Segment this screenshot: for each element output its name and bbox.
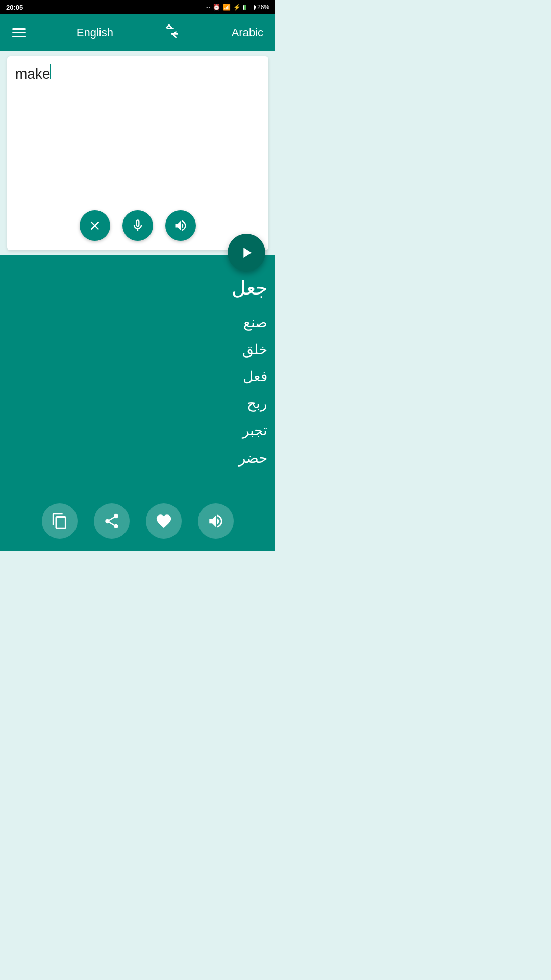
output-area: جعل صنع خلق فعل ربح تجبر حضر: [0, 255, 276, 551]
status-time: 20:05: [6, 4, 23, 11]
alt-3: فعل: [8, 363, 267, 390]
output-speaker-button[interactable]: [198, 503, 234, 539]
input-actions: [80, 210, 196, 241]
hamburger-line-1: [12, 28, 26, 30]
alt-5: تجبر: [8, 417, 267, 444]
alternative-translations: صنع خلق فعل ربح تجبر حضر: [8, 309, 267, 472]
alt-6: حضر: [8, 445, 267, 472]
output-text: جعل صنع خلق فعل ربح تجبر حضر: [8, 272, 267, 472]
menu-button[interactable]: [12, 28, 26, 37]
translate-button[interactable]: [228, 234, 265, 272]
target-language[interactable]: Arabic: [232, 26, 263, 39]
battery-fill: [244, 5, 246, 10]
input-area: make: [7, 56, 268, 250]
clear-button[interactable]: [80, 210, 110, 241]
swap-languages-button[interactable]: [164, 23, 181, 43]
charge-icon: ⚡: [233, 4, 241, 11]
mic-button[interactable]: [122, 210, 153, 241]
alt-1: صنع: [8, 309, 267, 336]
battery-percent: 26%: [257, 4, 269, 11]
bottom-actions: [0, 503, 276, 539]
main-translation: جعل: [8, 272, 267, 305]
alt-2: خلق: [8, 336, 267, 363]
input-display[interactable]: make: [15, 64, 260, 82]
input-text: make: [15, 66, 50, 82]
signal-icon: 📶: [223, 4, 231, 11]
text-cursor: [50, 64, 51, 79]
alt-4: ربح: [8, 390, 267, 417]
status-bar: 20:05 ··· ⏰ 📶 ⚡ 26%: [0, 0, 276, 14]
toolbar: English Arabic: [0, 14, 276, 51]
dots-icon: ···: [205, 4, 210, 11]
input-speaker-button[interactable]: [165, 210, 196, 241]
copy-button[interactable]: [42, 503, 78, 539]
favorite-button[interactable]: [146, 503, 182, 539]
source-language[interactable]: English: [77, 26, 113, 39]
alarm-icon: ⏰: [213, 4, 220, 11]
hamburger-line-2: [12, 32, 26, 34]
status-icons: ··· ⏰ 📶 ⚡ 26%: [205, 4, 269, 11]
battery-icon: [243, 5, 255, 10]
share-button[interactable]: [94, 503, 130, 539]
hamburger-line-3: [12, 36, 26, 37]
